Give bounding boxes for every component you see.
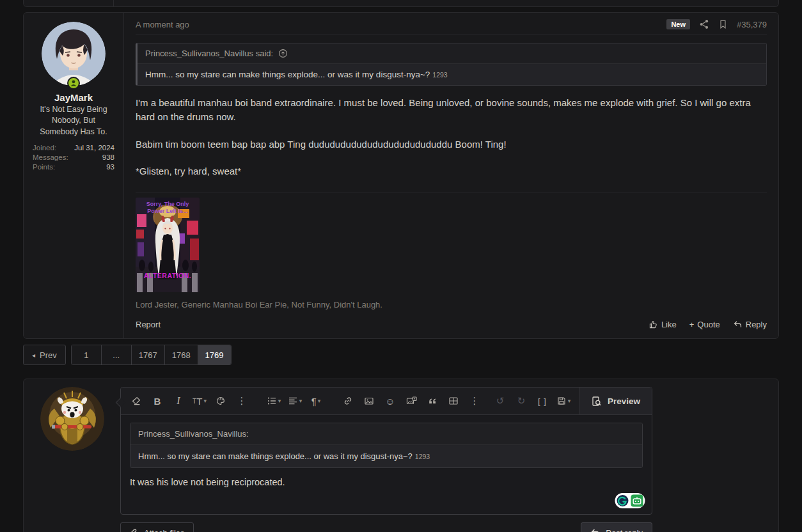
new-badge: New <box>666 19 690 29</box>
undo-icon[interactable]: ↺ <box>490 392 510 410</box>
editor-footer: Attach files Post reply <box>120 522 652 532</box>
attachment-caption: Lord Jester, Generic Manhau Boi Ear Pie,… <box>136 300 767 309</box>
quote-body: Hmm... so my stare can make things explo… <box>138 64 766 85</box>
editor-quoted-message: Princess_Sullivanos_Navillus: Hmm... so … <box>130 423 643 468</box>
post-author-username[interactable]: JayMark <box>54 92 93 103</box>
prev-arrow-icon: ◂ <box>32 352 35 359</box>
quote-suffix: 1293 <box>415 453 430 460</box>
rich-text-editor: B I TT▾ ⋮ ▾ <box>120 387 652 515</box>
post-reply-button[interactable]: Post reply <box>581 522 652 532</box>
editor-quote-body: Hmm... so my stare can make things explo… <box>130 445 642 467</box>
editor-toolbar: B I TT▾ ⋮ ▾ <box>121 387 652 415</box>
redo-icon[interactable]: ↻ <box>511 392 531 410</box>
post-paragraph: Babim tim boom teem bap bap abp Ting dud… <box>136 137 767 152</box>
anime-boy-avatar-image <box>42 22 106 86</box>
golden-knight-avatar-image <box>40 387 104 451</box>
goto-quoted-post-icon[interactable] <box>278 49 288 58</box>
attachment-thumbnail[interactable]: Sorry, The Only Power Left Is... ALTERAT… <box>136 198 200 292</box>
bold-icon[interactable]: B <box>147 392 168 410</box>
post-card: JayMark It's Not Easy Being Nobody, But … <box>23 12 779 339</box>
reply-editor-column: B I TT▾ ⋮ ▾ <box>120 387 652 532</box>
page-button-1768[interactable]: 1768 <box>164 345 198 364</box>
more-options-icon[interactable]: ⋮ <box>464 392 485 410</box>
attachment-section: Sorry, The Only Power Left Is... ALTERAT… <box>136 192 767 309</box>
current-user-avatar[interactable] <box>40 387 104 451</box>
pagination-pages: 1 ... 1767 1768 1769 <box>71 345 232 365</box>
post-footer: Report Like + Quote <box>136 320 767 329</box>
insert-media-icon[interactable] <box>401 392 421 410</box>
editor-quote-header: Princess_Sullivanos_Navillus: <box>130 423 642 445</box>
page-button-1[interactable]: 1 <box>72 345 101 364</box>
remove-formatting-icon[interactable] <box>126 392 146 410</box>
stat-row-joined: Joined: Jul 31, 2024 <box>29 143 118 153</box>
paperclip-icon <box>129 528 139 532</box>
post-author-stats: Joined: Jul 31, 2024 Messages: 938 Point… <box>29 143 118 172</box>
stat-row-messages: Messages: 938 <box>29 153 118 162</box>
plus-icon: + <box>689 320 695 329</box>
insert-table-icon[interactable] <box>443 392 464 410</box>
grammar-extension-widget[interactable] <box>615 492 645 509</box>
reply-button[interactable]: Reply <box>733 320 767 329</box>
insert-link-icon[interactable] <box>338 392 358 410</box>
attach-files-button[interactable]: Attach files <box>120 522 194 532</box>
like-button[interactable]: Like <box>649 320 677 329</box>
post-number[interactable]: #35,379 <box>737 20 767 29</box>
post-author-cell: JayMark It's Not Easy Being Nobody, But … <box>24 13 124 338</box>
paragraph-format-icon[interactable]: ¶▾ <box>306 392 326 410</box>
reply-draft-text[interactable]: It was his love not being reciprocated. <box>130 477 643 487</box>
post-content: A moment ago New #35,379 <box>124 13 778 338</box>
alignment-icon[interactable]: ▾ <box>285 392 305 410</box>
post-timestamp[interactable]: A moment ago <box>136 20 189 29</box>
page-button-current-1769[interactable]: 1769 <box>198 345 231 364</box>
reply-arrow-icon <box>733 320 743 329</box>
reply-avatar-cell <box>24 387 120 532</box>
report-link[interactable]: Report <box>136 320 161 329</box>
post-author-title: It's Not Easy Being Nobody, But Somebody… <box>40 104 107 137</box>
quote-header[interactable]: Princess_Sullivanos_Navillus said: <box>138 43 766 64</box>
quote-button[interactable]: + Quote <box>689 320 720 329</box>
preview-icon <box>591 396 602 407</box>
attachment-overlay-text-bottom: ALTERATION. <box>144 272 192 279</box>
quoted-message: Princess_Sullivanos_Navillus said: Hmm..… <box>136 43 767 86</box>
preview-button[interactable]: Preview <box>579 387 652 414</box>
editor-content-area[interactable]: Princess_Sullivanos_Navillus: Hmm... so … <box>121 415 652 514</box>
post-paragraph: I'm a beautiful manhau boi band extraord… <box>136 96 767 124</box>
italic-icon[interactable]: I <box>168 392 189 410</box>
page-button-1767[interactable]: 1767 <box>131 345 164 364</box>
more-options-icon[interactable]: ⋮ <box>232 392 252 410</box>
avatar[interactable] <box>42 22 106 86</box>
stat-row-points: Points: 93 <box>29 162 118 172</box>
share-icon[interactable] <box>699 19 709 29</box>
bookmark-icon[interactable] <box>718 19 728 29</box>
reply-card: B I TT▾ ⋮ ▾ <box>23 379 779 532</box>
reply-arrow-icon <box>590 528 601 532</box>
post-header: A moment ago New #35,379 <box>136 19 767 35</box>
unordered-list-icon[interactable]: ▾ <box>263 392 284 410</box>
divider <box>113 0 114 6</box>
text-color-icon[interactable] <box>210 392 231 410</box>
post-body: I'm a beautiful manhau boi band extraord… <box>136 96 767 178</box>
insert-quote-icon[interactable] <box>422 392 443 410</box>
thumbs-up-icon <box>649 320 658 329</box>
pagination: ◂ Prev 1 ... 1767 1768 1769 <box>23 345 779 365</box>
attachment-overlay-text-top1: Sorry, The Only <box>146 201 189 207</box>
font-size-icon[interactable]: TT▾ <box>189 392 210 410</box>
quote-suffix: 1293 <box>432 71 447 79</box>
insert-image-icon[interactable] <box>359 392 379 410</box>
languagetool-robot-icon <box>631 495 643 507</box>
insert-emoji-icon[interactable]: ☺ <box>380 392 400 410</box>
online-status-icon <box>67 77 80 90</box>
pagination-prev-button[interactable]: ◂ Prev <box>23 345 66 365</box>
toggle-bbcode-icon[interactable]: [ ] <box>532 392 553 410</box>
attachment-overlay-text-top2: Power Left Is... <box>147 208 188 214</box>
drafts-icon[interactable]: ▾ <box>553 392 574 410</box>
post-paragraph: *Glisten, try hard, sweat* <box>136 164 767 178</box>
previous-post-bottom-edge <box>23 0 779 7</box>
page-ellipsis[interactable]: ... <box>101 345 131 364</box>
